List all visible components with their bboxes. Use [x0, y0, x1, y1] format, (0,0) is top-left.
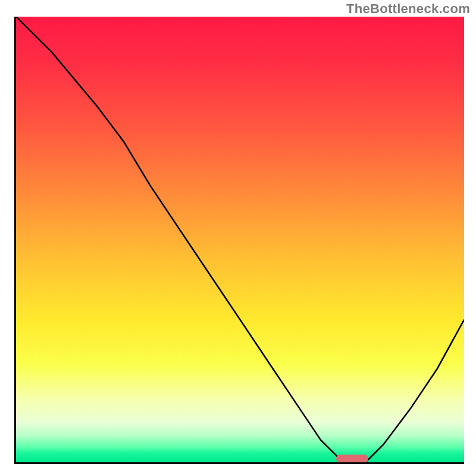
- bottleneck-curve: [16, 17, 464, 462]
- attribution-label: TheBottleneck.com: [346, 1, 470, 17]
- optimum-marker: [336, 455, 368, 463]
- bottleneck-chart: [14, 17, 464, 464]
